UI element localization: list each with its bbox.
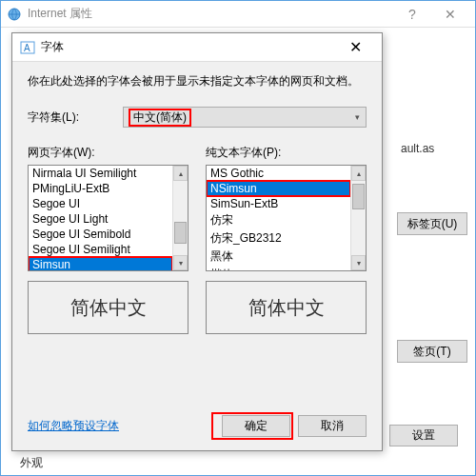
list-item[interactable]: PMingLiU-ExtB (29, 181, 172, 196)
webfont-preview: 简体中文 (28, 281, 188, 334)
close-button[interactable]: ✕ (431, 1, 469, 28)
list-item[interactable]: 仿宋 (207, 211, 350, 229)
scroll-up-icon[interactable]: ▴ (173, 166, 188, 181)
dialog-titlebar: A 字体 ✕ (12, 33, 382, 62)
list-item[interactable]: SimSun-ExtB (207, 196, 350, 211)
charset-combobox[interactable]: 中文(简体) ▾ (123, 107, 367, 128)
appearance-label: 外观 (20, 455, 43, 471)
scrollbar[interactable]: ▴ ▾ (172, 166, 188, 270)
plainfont-preview: 简体中文 (206, 281, 367, 334)
charset-label: 字符集(L): (28, 109, 123, 126)
ignore-presets-link[interactable]: 如何忽略预设字体 (28, 418, 119, 434)
ok-button[interactable]: 确定 (222, 415, 290, 437)
webfont-label: 网页字体(W): (28, 145, 188, 161)
list-item[interactable]: Segoe UI Semibold (29, 227, 172, 242)
scroll-down-icon[interactable]: ▾ (173, 255, 188, 270)
plainfont-label: 纯文本字体(P): (206, 145, 367, 161)
parent-titlebar: Internet 属性 ? ✕ (1, 1, 475, 28)
svg-text:A: A (24, 43, 30, 53)
list-item[interactable]: Nirmala UI Semilight (29, 166, 172, 181)
settings-button[interactable]: 设置 (389, 425, 458, 446)
webfont-column: 网页字体(W): Nirmala UI SemilightPMingLiU-Ex… (28, 145, 188, 334)
dialog-close-button[interactable]: ✕ (336, 33, 374, 62)
dialog-body: 你在此处选择的字体会被用于显示未指定文本字体的网页和文档。 字符集(L): 中文… (12, 62, 382, 346)
list-item[interactable]: MS Gothic (207, 166, 350, 181)
webfont-listbox[interactable]: Nirmala UI SemilightPMingLiU-ExtBSegoe U… (28, 165, 188, 271)
dialog-footer: 如何忽略预设字体 确定 取消 (28, 415, 367, 437)
dialog-title: 字体 (41, 39, 64, 55)
scrollbar[interactable]: ▴ ▾ (350, 166, 366, 270)
chevron-down-icon: ▾ (355, 112, 360, 122)
list-item[interactable]: Segoe UI Semilight (29, 242, 172, 257)
help-button[interactable]: ? (393, 1, 431, 28)
scroll-down-icon[interactable]: ▾ (351, 255, 366, 270)
charset-row: 字符集(L): 中文(简体) ▾ (28, 107, 367, 128)
list-item[interactable]: 楷体 (207, 266, 350, 271)
cancel-button[interactable]: 取消 (298, 415, 367, 437)
plainfont-listbox[interactable]: MS GothicNSimsunSimSun-ExtB仿宋仿宋_GB2312黑体… (206, 165, 367, 271)
parent-title: Internet 属性 (28, 6, 92, 22)
font-columns: 网页字体(W): Nirmala UI SemilightPMingLiU-Ex… (28, 145, 367, 334)
list-item[interactable]: Segoe UI (29, 196, 172, 211)
fonts-dialog: A 字体 ✕ 你在此处选择的字体会被用于显示未指定文本字体的网页和文档。 字符集… (11, 32, 383, 451)
list-item[interactable]: 黑体 (207, 248, 350, 266)
scroll-up-icon[interactable]: ▴ (351, 166, 366, 181)
list-item[interactable]: 仿宋_GB2312 (207, 229, 350, 248)
truncated-text: ault.as (397, 142, 467, 155)
tabs-button[interactable]: 标签页(U) (397, 212, 467, 235)
dialog-description: 你在此处选择的字体会被用于显示未指定文本字体的网页和文档。 (28, 73, 367, 89)
plainfont-column: 纯文本字体(P): MS GothicNSimsunSimSun-ExtB仿宋仿… (206, 145, 367, 334)
parent-right-column: ault.as 标签页(U) 签页(T) (397, 142, 467, 391)
list-item[interactable]: NSimsun (207, 181, 350, 196)
internet-icon (7, 7, 22, 22)
list-item[interactable]: Simsun (29, 257, 172, 271)
font-icon: A (20, 40, 35, 55)
list-item[interactable]: Segoe UI Light (29, 211, 172, 227)
charset-value: 中文(简体) (129, 109, 190, 126)
home-tab-button[interactable]: 签页(T) (397, 340, 467, 363)
